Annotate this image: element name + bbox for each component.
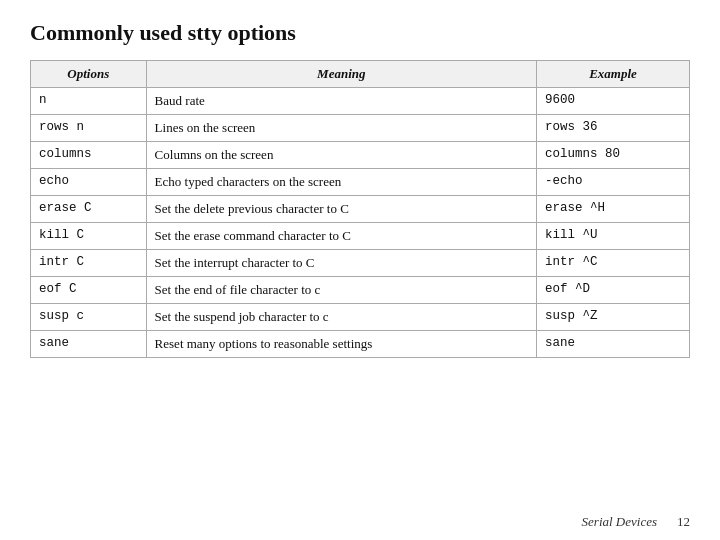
cell-option: columns bbox=[31, 142, 147, 169]
cell-example: erase ^H bbox=[536, 196, 689, 223]
col-header-options: Options bbox=[31, 61, 147, 88]
cell-example: intr ^C bbox=[536, 250, 689, 277]
cell-example: susp ^Z bbox=[536, 304, 689, 331]
table-row: saneReset many options to reasonable set… bbox=[31, 331, 690, 358]
table-header-row: Options Meaning Example bbox=[31, 61, 690, 88]
cell-example: -echo bbox=[536, 169, 689, 196]
footer-page: 12 bbox=[677, 514, 690, 530]
table-row: columnsColumns on the screencolumns 80 bbox=[31, 142, 690, 169]
table-row: nBaud rate9600 bbox=[31, 88, 690, 115]
cell-meaning: Echo typed characters on the screen bbox=[146, 169, 536, 196]
col-header-example: Example bbox=[536, 61, 689, 88]
stty-table: Options Meaning Example nBaud rate9600ro… bbox=[30, 60, 690, 358]
cell-meaning: Set the erase command character to C bbox=[146, 223, 536, 250]
cell-example: columns 80 bbox=[536, 142, 689, 169]
table-row: intr CSet the interrupt character to Cin… bbox=[31, 250, 690, 277]
cell-meaning: Set the suspend job character to c bbox=[146, 304, 536, 331]
cell-option: erase C bbox=[31, 196, 147, 223]
table-row: susp cSet the suspend job character to c… bbox=[31, 304, 690, 331]
cell-meaning: Baud rate bbox=[146, 88, 536, 115]
col-header-meaning: Meaning bbox=[146, 61, 536, 88]
table-row: erase CSet the delete previous character… bbox=[31, 196, 690, 223]
table-row: eof CSet the end of file character to ce… bbox=[31, 277, 690, 304]
cell-meaning: Set the interrupt character to C bbox=[146, 250, 536, 277]
cell-option: n bbox=[31, 88, 147, 115]
cell-example: kill ^U bbox=[536, 223, 689, 250]
cell-option: intr C bbox=[31, 250, 147, 277]
table-row: echoEcho typed characters on the screen-… bbox=[31, 169, 690, 196]
cell-example: 9600 bbox=[536, 88, 689, 115]
cell-option: sane bbox=[31, 331, 147, 358]
cell-example: eof ^D bbox=[536, 277, 689, 304]
page: Commonly used stty options Options Meani… bbox=[0, 0, 720, 540]
cell-option: eof C bbox=[31, 277, 147, 304]
page-title: Commonly used stty options bbox=[30, 20, 690, 46]
cell-meaning: Columns on the screen bbox=[146, 142, 536, 169]
cell-option: kill C bbox=[31, 223, 147, 250]
cell-example: rows 36 bbox=[536, 115, 689, 142]
cell-option: rows n bbox=[31, 115, 147, 142]
cell-example: sane bbox=[536, 331, 689, 358]
cell-meaning: Reset many options to reasonable setting… bbox=[146, 331, 536, 358]
cell-meaning: Lines on the screen bbox=[146, 115, 536, 142]
table-row: rows nLines on the screenrows 36 bbox=[31, 115, 690, 142]
table-row: kill CSet the erase command character to… bbox=[31, 223, 690, 250]
cell-option: susp c bbox=[31, 304, 147, 331]
cell-meaning: Set the delete previous character to C bbox=[146, 196, 536, 223]
cell-option: echo bbox=[31, 169, 147, 196]
footer: Serial Devices 12 bbox=[582, 514, 690, 530]
cell-meaning: Set the end of file character to c bbox=[146, 277, 536, 304]
footer-label: Serial Devices bbox=[582, 514, 657, 530]
